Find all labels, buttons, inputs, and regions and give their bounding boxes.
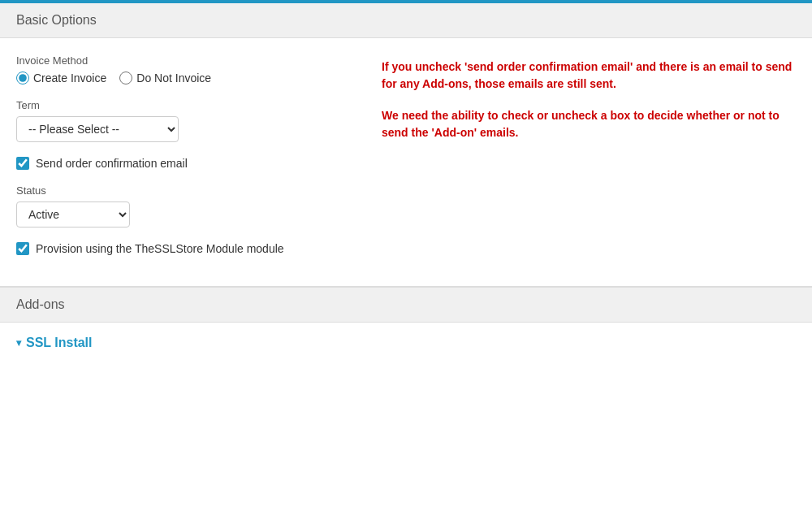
basic-options-section: Basic Options Invoice Method Create Invo… [0,3,812,287]
status-select[interactable]: Active Inactive [16,202,130,228]
basic-options-body: Invoice Method Create Invoice Do Not Inv… [0,38,812,286]
chevron-down-icon: ▾ [16,337,21,349]
send-confirmation-text: Send order confirmation email [36,157,188,170]
section-title: Basic Options [16,13,97,27]
notice2-text: We need the ability to check or uncheck … [382,107,796,141]
invoice-method-row: Create Invoice Do Not Invoice [16,72,357,84]
provision-checkbox[interactable] [16,242,29,255]
do-not-invoice-label[interactable]: Do Not Invoice [119,72,211,84]
term-label: Term [16,99,357,111]
notice1-text: If you uncheck 'send order confirmation … [382,58,796,93]
invoice-method-group: Invoice Method Create Invoice Do Not Inv… [16,54,357,84]
provision-label[interactable]: Provision using the TheSSLStore Module m… [16,242,357,255]
term-group: Term -- Please Select -- [16,99,357,142]
provision-text: Provision using the TheSSLStore Module m… [36,242,284,255]
provision-group: Provision using the TheSSLStore Module m… [16,242,357,255]
send-confirmation-checkbox[interactable] [16,157,29,170]
create-invoice-text: Create Invoice [33,72,106,84]
status-label: Status [16,184,357,197]
basic-options-header: Basic Options [0,3,812,38]
ssl-install-label: SSL Install [26,336,93,350]
term-select[interactable]: -- Please Select -- [16,116,179,142]
invoice-method-label: Invoice Method [16,54,357,67]
status-group: Status Active Inactive [16,184,357,228]
send-confirmation-label[interactable]: Send order confirmation email [16,157,357,170]
do-not-invoice-radio[interactable] [119,72,132,84]
send-confirmation-group: Send order confirmation email [16,157,357,170]
addons-title: Add-ons [16,297,65,311]
right-column: If you uncheck 'send order confirmation … [382,54,796,270]
left-column: Invoice Method Create Invoice Do Not Inv… [16,54,357,270]
create-invoice-radio[interactable] [16,72,29,84]
addons-header: Add-ons [0,287,812,323]
addons-body: ▾ SSL Install [0,323,812,363]
do-not-invoice-text: Do Not Invoice [136,72,211,84]
create-invoice-label[interactable]: Create Invoice [16,72,106,84]
ssl-install-link[interactable]: ▾ SSL Install [16,336,796,350]
addons-section: Add-ons ▾ SSL Install [0,287,812,363]
